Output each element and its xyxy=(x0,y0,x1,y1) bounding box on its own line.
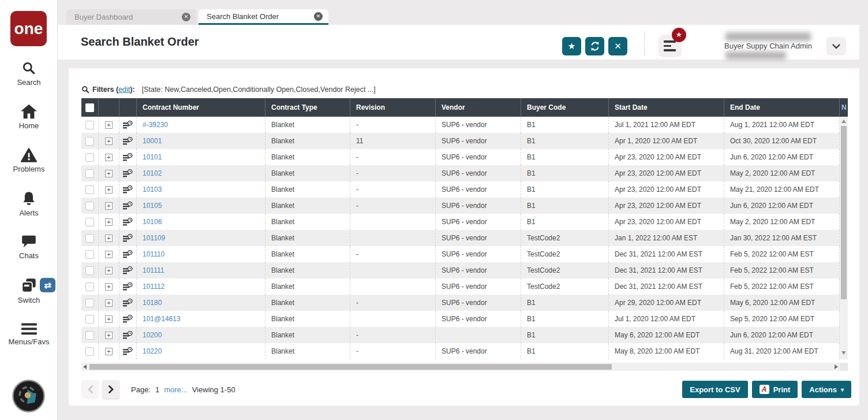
column-header-end-date[interactable]: End Date xyxy=(724,98,840,117)
scroll-down-arrow[interactable] xyxy=(841,351,846,355)
actions-dropdown-button[interactable]: Actions ▾ xyxy=(802,381,851,398)
select-all-checkbox[interactable] xyxy=(85,103,94,112)
history-icon[interactable] xyxy=(123,169,133,178)
contract-number-link[interactable]: 101110 xyxy=(143,250,164,258)
column-header-vendor[interactable]: Vendor xyxy=(436,98,521,117)
sidebar-item-problems[interactable]: Problems xyxy=(0,148,58,173)
horizontal-scroll-thumb[interactable] xyxy=(89,364,612,370)
row-checkbox[interactable] xyxy=(85,250,94,259)
expand-row-icon[interactable]: + xyxy=(105,267,113,274)
previous-page-button[interactable] xyxy=(81,380,99,399)
expand-row-icon[interactable]: + xyxy=(105,283,113,291)
sidebar-item-home[interactable]: Home xyxy=(0,104,58,130)
favorites-badge[interactable]: ★ xyxy=(672,28,686,42)
row-checkbox[interactable] xyxy=(85,283,94,291)
history-icon[interactable] xyxy=(123,315,133,324)
contract-number-link[interactable]: 10001 xyxy=(143,137,162,145)
horizontal-scrollbar[interactable] xyxy=(81,363,840,371)
row-checkbox[interactable] xyxy=(85,153,94,162)
contract-number-link[interactable]: 10102 xyxy=(143,169,162,177)
contract-number-link[interactable]: #-39230 xyxy=(143,121,168,129)
expand-row-icon[interactable]: + xyxy=(105,332,113,339)
row-checkbox[interactable] xyxy=(85,202,94,210)
favorite-button[interactable]: ★ xyxy=(562,37,581,55)
print-button[interactable]: A Print xyxy=(752,381,798,398)
expand-row-icon[interactable]: + xyxy=(105,202,113,210)
history-icon[interactable] xyxy=(123,202,133,210)
more-pages-link[interactable]: more... xyxy=(164,385,187,394)
scroll-right-arrow[interactable] xyxy=(835,365,838,369)
row-checkbox[interactable] xyxy=(85,347,94,356)
history-icon[interactable] xyxy=(123,266,133,275)
contract-number-link[interactable]: 101112 xyxy=(143,283,164,291)
user-menu-button[interactable] xyxy=(826,37,846,55)
expand-row-icon[interactable]: + xyxy=(105,299,113,307)
column-header-contract-number[interactable]: Contract Number xyxy=(137,98,265,117)
history-icon[interactable] xyxy=(123,347,133,356)
history-icon[interactable] xyxy=(123,283,133,291)
sidebar-item-chats[interactable]: Chats xyxy=(0,235,58,260)
history-icon[interactable] xyxy=(123,331,133,340)
expand-row-icon[interactable]: + xyxy=(105,235,113,242)
history-icon[interactable] xyxy=(123,185,133,194)
contract-number-link[interactable]: 10220 xyxy=(143,347,162,355)
history-icon[interactable] xyxy=(123,299,133,307)
contract-number-link[interactable]: 10180 xyxy=(143,299,162,307)
expand-row-icon[interactable]: + xyxy=(105,315,113,323)
tab-search-blanket-order[interactable]: Search Blanket Order ✕ xyxy=(199,9,328,25)
edit-filters-link[interactable]: edit xyxy=(118,86,130,94)
row-checkbox[interactable] xyxy=(85,266,94,275)
close-tab-icon[interactable]: ✕ xyxy=(314,12,323,21)
expand-row-icon[interactable]: + xyxy=(105,154,113,161)
expand-row-icon[interactable]: + xyxy=(105,251,113,258)
column-header-contract-type[interactable]: Contract Type xyxy=(265,98,350,117)
history-icon[interactable] xyxy=(123,218,133,226)
column-header-revision[interactable]: Revision xyxy=(350,98,436,117)
history-icon[interactable] xyxy=(123,234,133,243)
expand-row-icon[interactable]: + xyxy=(105,170,113,177)
row-checkbox[interactable] xyxy=(85,169,94,178)
close-page-button[interactable]: ✕ xyxy=(608,37,627,55)
history-icon[interactable] xyxy=(123,121,133,129)
scroll-up-arrow[interactable] xyxy=(841,120,846,123)
select-all-header-cell[interactable] xyxy=(81,98,99,117)
contract-number-link[interactable]: 101@14613 xyxy=(143,315,181,323)
row-checkbox[interactable] xyxy=(85,299,94,307)
column-header-buyer-code[interactable]: Buyer Code xyxy=(521,98,609,117)
contract-number-link[interactable]: 10105 xyxy=(143,202,162,210)
vertical-scroll-thumb[interactable] xyxy=(841,126,847,299)
next-page-button[interactable] xyxy=(102,380,119,399)
contract-number-link[interactable]: 10101 xyxy=(143,153,162,161)
one-logo[interactable]: one xyxy=(10,11,47,46)
tab-buyer-dashboard[interactable]: Buyer Dashboard ✕ xyxy=(66,9,196,25)
expand-row-icon[interactable]: + xyxy=(105,186,113,194)
scroll-left-arrow[interactable] xyxy=(83,365,87,369)
user-avatar[interactable] xyxy=(12,380,45,412)
sidebar-item-search[interactable]: Search xyxy=(0,61,58,87)
contract-number-link[interactable]: 101109 xyxy=(143,234,165,242)
contract-number-link[interactable]: 10200 xyxy=(143,331,162,339)
sidebar-item-menus-favs[interactable]: Menus/Favs xyxy=(0,323,58,346)
row-checkbox[interactable] xyxy=(85,331,94,340)
contract-number-link[interactable]: 101111 xyxy=(143,266,164,274)
row-checkbox[interactable] xyxy=(85,137,94,146)
expand-row-icon[interactable]: + xyxy=(105,137,113,145)
expand-row-icon[interactable]: + xyxy=(105,348,113,355)
row-checkbox[interactable] xyxy=(85,218,94,226)
close-tab-icon[interactable]: ✕ xyxy=(182,13,190,21)
sidebar-item-alerts[interactable]: Alerts xyxy=(0,191,58,217)
row-checkbox[interactable] xyxy=(85,315,94,324)
expand-row-icon[interactable]: + xyxy=(105,121,113,129)
refresh-button[interactable] xyxy=(585,37,604,55)
switch-user-badge-icon[interactable]: ⇄ xyxy=(40,278,55,292)
history-icon[interactable] xyxy=(123,250,133,259)
row-checkbox[interactable] xyxy=(85,185,94,194)
vertical-scrollbar[interactable] xyxy=(840,117,848,359)
contract-number-link[interactable]: 10106 xyxy=(143,218,162,226)
export-to-csv-button[interactable]: Export to CSV xyxy=(682,381,747,398)
row-checkbox[interactable] xyxy=(85,121,94,129)
row-checkbox[interactable] xyxy=(85,234,94,243)
history-icon[interactable] xyxy=(123,153,133,162)
column-header-start-date[interactable]: Start Date xyxy=(609,98,724,117)
contract-number-link[interactable]: 10103 xyxy=(143,185,162,194)
